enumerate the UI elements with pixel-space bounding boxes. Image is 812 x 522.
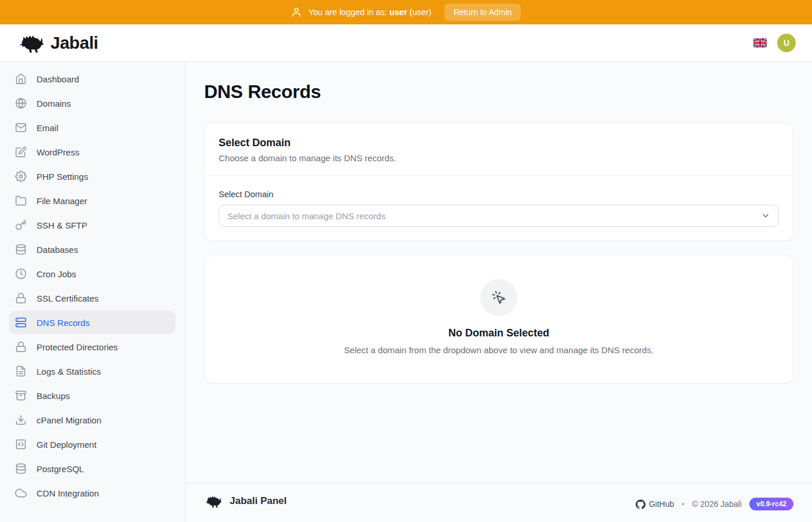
domain-select-label: Select Domain <box>219 190 779 199</box>
boar-logo-icon <box>204 494 223 509</box>
mail-icon <box>15 122 27 133</box>
home-icon <box>15 73 27 85</box>
clock-icon <box>15 268 27 280</box>
return-to-admin-button[interactable]: Return to Admin <box>444 3 521 21</box>
sidebar-item-php-settings[interactable]: PHP Settings <box>9 165 176 188</box>
database-icon <box>15 244 27 255</box>
brand-title: Jabali <box>50 33 98 53</box>
sidebar-item-cpanel-migration[interactable]: cPanel Migration <box>9 408 176 432</box>
github-icon <box>636 499 646 509</box>
server-icon <box>15 317 27 328</box>
card-description: Choose a domain to manage its DNS record… <box>219 153 779 163</box>
footer: Jabali Panel GitHub • © 2026 Jabali v0.9… <box>186 483 812 522</box>
pen-icon <box>15 146 27 158</box>
main-area: DNS Records Select Domain Choose a domai… <box>186 62 812 522</box>
logged-in-text: You are logged in as: user (user) <box>309 8 432 17</box>
code-icon <box>15 438 27 450</box>
sidebar-item-ssl-certificates[interactable]: SSL Certificates <box>9 287 176 310</box>
select-domain-card: Select Domain Choose a domain to manage … <box>204 122 793 241</box>
file-text-icon <box>15 365 27 377</box>
lock-icon <box>15 341 27 353</box>
lock-icon <box>15 292 27 304</box>
sidebar-item-logs-statistics[interactable]: Logs & Statistics <box>9 360 176 383</box>
download-icon <box>15 414 27 426</box>
empty-state-card: No Domain Selected Select a domain from … <box>204 255 793 383</box>
logged-in-username: user <box>389 8 407 17</box>
sidebar-nav: Dashboard Domains Email WordPress PHP Se… <box>0 62 186 522</box>
sidebar-item-cron-jobs[interactable]: Cron Jobs <box>9 262 176 285</box>
sidebar-item-dashboard[interactable]: Dashboard <box>9 67 176 90</box>
sidebar-item-file-manager[interactable]: File Manager <box>9 189 176 212</box>
sidebar-item-git-deployment[interactable]: Git Deployment <box>9 433 176 456</box>
mouse-pointer-click-icon <box>491 290 506 305</box>
sidebar-item-email[interactable]: Email <box>9 116 176 139</box>
app-header: Jabali U <box>0 24 812 62</box>
sidebar-item-databases[interactable]: Databases <box>9 238 176 261</box>
chevron-down-icon <box>761 211 770 220</box>
sidebar-item-postgresql[interactable]: PostgreSQL <box>9 457 176 480</box>
separator-dot: • <box>682 499 684 509</box>
cloud-icon <box>15 487 27 499</box>
empty-state-icon-circle <box>480 279 517 316</box>
impersonation-banner: You are logged in as: user (user) Return… <box>0 0 812 24</box>
version-badge: v0.9-rc42 <box>749 498 793 510</box>
card-title: Select Domain <box>219 137 779 149</box>
footer-brand-title: Jabali Panel <box>230 495 287 507</box>
key-icon <box>15 219 27 231</box>
sidebar-item-wordpress[interactable]: WordPress <box>9 140 176 164</box>
sidebar-item-domains[interactable]: Domains <box>9 92 176 115</box>
user-icon <box>291 7 302 17</box>
database-icon <box>15 463 27 474</box>
user-avatar[interactable]: U <box>777 34 796 52</box>
brand-home-link[interactable]: Jabali <box>17 32 98 54</box>
copyright-text: © 2026 Jabali <box>692 499 742 509</box>
archive-icon <box>15 390 27 401</box>
sidebar-item-ssh-sftp[interactable]: SSH & SFTP <box>9 213 176 237</box>
gear-icon <box>15 171 27 182</box>
domain-select[interactable]: Select a domain to manage DNS records <box>219 205 779 227</box>
boar-logo-icon <box>17 32 45 54</box>
page-title: DNS Records <box>204 81 793 103</box>
domain-select-placeholder: Select a domain to manage DNS records <box>227 211 386 221</box>
globe-icon <box>15 97 27 109</box>
sidebar-item-dns-records[interactable]: DNS Records <box>9 311 176 334</box>
language-flag-icon[interactable] <box>753 38 767 48</box>
empty-state-description: Select a domain from the dropdown above … <box>344 345 654 356</box>
sidebar-item-backups[interactable]: Backups <box>9 384 176 407</box>
folder-icon <box>15 195 27 206</box>
sidebar-item-cdn-integration[interactable]: CDN Integration <box>9 481 176 505</box>
github-link[interactable]: GitHub <box>636 499 675 509</box>
sidebar-item-protected-directories[interactable]: Protected Directories <box>9 335 176 358</box>
empty-state-title: No Domain Selected <box>448 327 549 339</box>
